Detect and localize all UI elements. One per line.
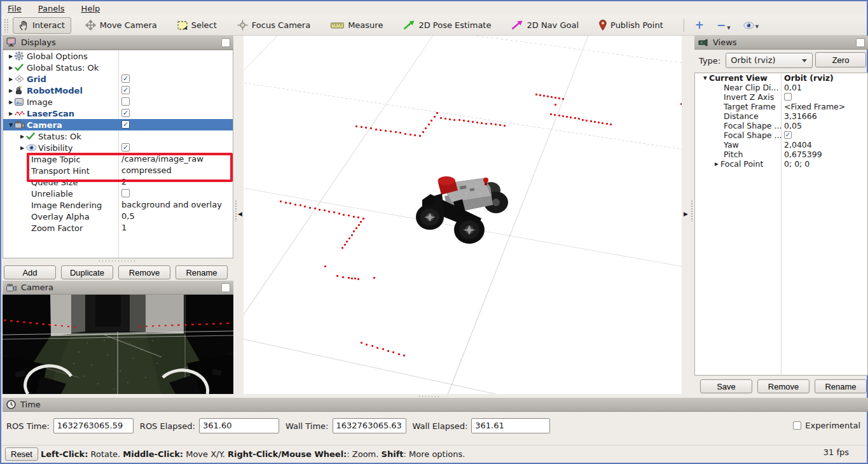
tool-2d-pose-estimate[interactable]: 2D Pose Estimate: [397, 17, 497, 33]
field-input[interactable]: 361.61: [471, 418, 550, 433]
view-row-current-view[interactable]: ▼Current ViewOrbit (rviz): [695, 73, 867, 83]
enable-checkbox[interactable]: ✓: [121, 109, 130, 117]
add-button[interactable]: Add: [4, 265, 56, 279]
menu-help[interactable]: Help: [81, 4, 100, 13]
menu-panels[interactable]: Panels: [38, 4, 65, 13]
right-splitter[interactable]: [691, 200, 694, 221]
displays-float-button[interactable]: [221, 38, 230, 47]
row-value[interactable]: 0,01: [784, 83, 802, 92]
toolbar-drag-handle[interactable]: [4, 18, 9, 32]
expander-closed-icon[interactable]: ▶: [713, 161, 720, 167]
display-row-global-status-ok[interactable]: ▶Global Status: Ok: [3, 62, 233, 73]
display-row-robotmodel[interactable]: ▶RobotModel✓: [3, 85, 233, 96]
view-row-near-clip-di-[interactable]: Near Clip Di...0,01: [695, 83, 867, 92]
tool-2d-nav-goal[interactable]: 2D Nav Goal: [505, 17, 585, 33]
visibility-button[interactable]: ▼: [739, 20, 763, 31]
expander-closed-icon[interactable]: ▶: [18, 145, 26, 151]
tool-focus-camera[interactable]: Focus Camera: [231, 17, 317, 34]
view-row-focal-shape-[interactable]: Focal Shape ...0,05: [695, 121, 867, 130]
expander-closed-icon[interactable]: ▶: [7, 53, 15, 59]
value-checkbox[interactable]: [784, 93, 792, 101]
zoom-out-button[interactable]: −▼: [712, 19, 735, 32]
expander-closed-icon[interactable]: ▶: [7, 88, 15, 94]
display-row-status-ok[interactable]: ▶Status: Ok: [3, 130, 233, 142]
row-value[interactable]: compressed: [121, 165, 172, 176]
remove-button[interactable]: Remove: [118, 265, 170, 279]
camera-float-button[interactable]: [221, 283, 230, 292]
row-value[interactable]: 0,675399: [784, 150, 822, 159]
row-value[interactable]: 0,05: [784, 121, 802, 130]
collapse-right-arrow[interactable]: ▶: [684, 211, 688, 217]
view-row-yaw[interactable]: Yaw2,0404: [695, 140, 867, 150]
enable-checkbox[interactable]: ✓: [121, 74, 130, 83]
zoom-in-button[interactable]: +: [691, 19, 708, 32]
display-row-global-options[interactable]: ▶Global Options: [3, 50, 233, 62]
view-row-target-frame[interactable]: Target Frame<Fixed Frame>: [695, 102, 867, 111]
display-row-grid[interactable]: ▶Grid✓: [3, 73, 233, 85]
duplicate-button[interactable]: Duplicate: [61, 265, 113, 279]
tool-select[interactable]: Select: [171, 17, 223, 33]
view-row-focal-shape-[interactable]: Focal Shape ...✓: [695, 130, 867, 140]
view-row-focal-point[interactable]: ▶Focal Point0; 0; 0: [695, 159, 867, 169]
view-type-combobox[interactable]: Orbit (rviz): [726, 53, 813, 68]
enable-checkbox[interactable]: [121, 97, 130, 106]
rename-view-button[interactable]: Rename: [815, 379, 867, 393]
display-row-transport-hint[interactable]: Transport Hintcompressed: [3, 165, 233, 176]
display-row-laserscan[interactable]: ▶LaserScan✓: [3, 108, 233, 119]
display-row-visibility[interactable]: ▶Visibility✓: [3, 142, 233, 153]
view-row-pitch[interactable]: Pitch0,675399: [695, 150, 867, 159]
views-float-button[interactable]: [856, 38, 865, 47]
row-value[interactable]: 0; 0; 0: [784, 159, 809, 169]
experimental-toggle[interactable]: Experimental: [793, 421, 860, 430]
tool-measure[interactable]: Measure: [324, 17, 389, 33]
row-value[interactable]: 2,0404: [784, 140, 812, 150]
tool-move-camera[interactable]: Move Camera: [79, 17, 163, 34]
value-checkbox[interactable]: [121, 189, 130, 197]
expander-closed-icon[interactable]: ▶: [7, 65, 15, 71]
reset-button[interactable]: Reset: [5, 447, 38, 461]
row-value[interactable]: /camera/image_raw: [121, 153, 203, 165]
row-value[interactable]: 1: [121, 222, 127, 234]
enable-checkbox[interactable]: ✓: [121, 143, 130, 151]
rename-button[interactable]: Rename: [176, 265, 228, 279]
row-value[interactable]: 0,5: [121, 211, 135, 222]
view-row-distance[interactable]: Distance3,31666: [695, 111, 867, 121]
expander-open-icon[interactable]: ▼: [701, 75, 709, 81]
expander-closed-icon[interactable]: ▶: [7, 99, 15, 105]
enable-checkbox[interactable]: ✓: [121, 86, 130, 94]
resize-handle[interactable]: [98, 260, 136, 262]
value-checkbox[interactable]: ✓: [784, 131, 792, 139]
view-row-invert-z-axis[interactable]: Invert Z Axis: [695, 92, 867, 102]
tool-publish-point[interactable]: Publish Point: [593, 17, 670, 34]
row-value[interactable]: background and overlay: [121, 199, 222, 211]
views-tree[interactable]: ▼Current ViewOrbit (rviz)Near Clip Di...…: [694, 73, 868, 376]
save-view-button[interactable]: Save: [700, 379, 752, 393]
menu-file[interactable]: File: [8, 4, 22, 13]
expander-open-icon[interactable]: ▼: [7, 122, 15, 128]
displays-tree[interactable]: ▶Global Options▶Global Status: Ok▶Grid✓▶…: [3, 50, 233, 258]
display-row-image-topic[interactable]: Image Topic/camera/image_raw: [3, 153, 233, 165]
row-value[interactable]: <Fixed Frame>: [784, 102, 845, 111]
remove-view-button[interactable]: Remove: [757, 379, 809, 393]
enable-checkbox[interactable]: ✓: [121, 120, 130, 129]
render-view-3d[interactable]: [244, 36, 682, 394]
zero-button[interactable]: Zero: [815, 52, 866, 67]
display-row-camera[interactable]: ▼Camera✓: [3, 119, 233, 130]
expander-closed-icon[interactable]: ▶: [7, 111, 15, 116]
expander-closed-icon[interactable]: ▶: [18, 134, 26, 139]
row-value[interactable]: 3,31666: [784, 111, 817, 121]
row-value[interactable]: Orbit (rviz): [784, 73, 834, 83]
experimental-checkbox[interactable]: [793, 421, 801, 430]
field-input[interactable]: 361.60: [199, 418, 279, 433]
display-row-overlay-alpha[interactable]: Overlay Alpha0,5: [3, 211, 233, 222]
tool-interact[interactable]: Interact: [13, 17, 71, 34]
row-value[interactable]: 2: [121, 176, 127, 188]
display-row-queue-size[interactable]: Queue Size2: [3, 176, 233, 188]
field-input[interactable]: 1632763065.63: [333, 418, 406, 433]
display-row-zoom-factor[interactable]: Zoom Factor1: [3, 222, 233, 234]
expander-closed-icon[interactable]: ▶: [7, 76, 15, 82]
collapse-left-arrow[interactable]: ◀: [238, 211, 242, 217]
display-row-image-rendering[interactable]: Image Renderingbackground and overlay: [3, 199, 233, 211]
display-row-unreliable[interactable]: Unreliable: [3, 188, 233, 199]
display-row-image[interactable]: ▶Image: [3, 96, 233, 108]
